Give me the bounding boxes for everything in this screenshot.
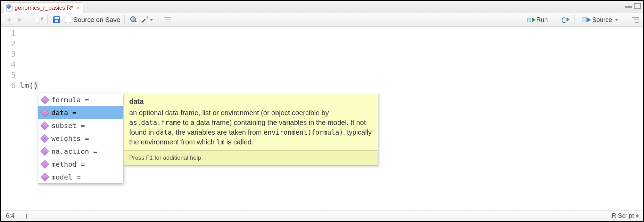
autocomplete-item[interactable]: weights = bbox=[38, 132, 123, 145]
parameter-icon bbox=[40, 95, 49, 104]
autocomplete-item-label: na.action = bbox=[51, 146, 97, 157]
run-icon bbox=[527, 17, 534, 23]
toolbar-separator bbox=[626, 15, 626, 24]
minimize-pane-icon[interactable] bbox=[625, 6, 632, 8]
parameter-icon bbox=[40, 121, 49, 130]
run-button[interactable]: Run bbox=[523, 15, 552, 25]
parameter-icon bbox=[40, 147, 49, 156]
autocomplete-item[interactable]: model = bbox=[38, 171, 123, 183]
line-number: 3 bbox=[1, 49, 16, 60]
status-bar: 6:4 ( R Script bbox=[1, 210, 643, 221]
run-button-label: Run bbox=[536, 16, 548, 24]
source-pane: genomics_r_basics.R* × Source on Save bbox=[0, 0, 644, 222]
file-tab-label: genomics_r_basics.R* bbox=[15, 5, 73, 11]
editor-toolbar: Source on Save Run Source bbox=[1, 13, 643, 27]
autocomplete-item-label: weights = bbox=[51, 133, 89, 144]
magnifier-icon bbox=[130, 16, 137, 23]
maximize-pane-icon[interactable] bbox=[634, 3, 641, 9]
popout-icon bbox=[35, 17, 42, 23]
rerun-icon bbox=[562, 17, 569, 23]
line-number: 6 bbox=[1, 80, 16, 91]
code-line bbox=[20, 49, 643, 60]
autocomplete-item[interactable]: subset = bbox=[38, 119, 123, 132]
source-on-save-label: Source on Save bbox=[73, 16, 120, 24]
parameter-icon bbox=[40, 160, 49, 168]
autocomplete-item[interactable]: data = bbox=[38, 106, 123, 119]
toolbar-separator bbox=[158, 15, 158, 24]
tooltip-footer: Press F1 for additional help bbox=[124, 150, 378, 165]
rerun-button[interactable] bbox=[560, 15, 570, 25]
filetype-label: R Script bbox=[612, 212, 634, 220]
code-line bbox=[20, 70, 643, 80]
autocomplete-item[interactable]: formula = bbox=[38, 93, 123, 106]
source-button-label: Source bbox=[592, 16, 612, 24]
code-line bbox=[20, 28, 643, 39]
autocomplete-item-label: subset = bbox=[51, 120, 85, 131]
code-line bbox=[20, 60, 643, 70]
autocomplete-item[interactable]: method = bbox=[38, 158, 123, 171]
filetype-selector[interactable]: R Script bbox=[612, 212, 639, 220]
nav-forward-button[interactable] bbox=[15, 15, 25, 25]
file-tab[interactable]: genomics_r_basics.R* × bbox=[4, 2, 83, 13]
nav-back-button[interactable] bbox=[4, 15, 14, 25]
save-button[interactable] bbox=[52, 15, 61, 25]
line-number: 1 bbox=[1, 28, 16, 39]
line-number: 2 bbox=[1, 39, 16, 49]
source-on-save-toggle[interactable]: Source on Save bbox=[65, 16, 120, 24]
wand-icon bbox=[141, 16, 149, 24]
autocomplete-item-label: model = bbox=[51, 172, 81, 182]
toolbar-separator bbox=[29, 15, 29, 24]
checkbox-empty-icon bbox=[65, 17, 71, 23]
code-tools-button[interactable] bbox=[140, 15, 154, 25]
chevron-down-icon bbox=[150, 19, 153, 21]
pane-window-controls bbox=[625, 3, 641, 9]
chevron-down-icon bbox=[615, 19, 618, 21]
close-tab-icon[interactable]: × bbox=[77, 5, 80, 11]
code-editor[interactable]: 1 2 3 4 5 6 lm() formula =data =subset =… bbox=[1, 27, 643, 210]
save-icon bbox=[53, 16, 60, 23]
autocomplete-item-label: method = bbox=[51, 159, 85, 169]
code-line: lm() bbox=[20, 80, 643, 91]
compile-report-button[interactable] bbox=[163, 15, 172, 25]
line-number: 4 bbox=[1, 60, 16, 70]
line-number: 5 bbox=[1, 70, 16, 80]
r-file-icon bbox=[6, 4, 13, 12]
cursor-position[interactable]: 6:4 bbox=[5, 212, 25, 220]
arrow-right-icon bbox=[18, 17, 22, 22]
autocomplete-item[interactable]: na.action = bbox=[38, 145, 123, 158]
toolbar-separator bbox=[574, 15, 575, 24]
find-replace-button[interactable] bbox=[129, 15, 139, 25]
parameter-icon bbox=[40, 134, 49, 143]
autocomplete-item-label: formula = bbox=[51, 95, 89, 105]
parameter-icon bbox=[40, 173, 49, 181]
code-line bbox=[20, 39, 643, 49]
report-icon bbox=[164, 17, 171, 23]
toolbar-separator bbox=[124, 15, 125, 24]
document-outline-button[interactable] bbox=[630, 15, 640, 25]
tab-bar: genomics_r_basics.R* × bbox=[1, 1, 643, 13]
outline-toggle-icon bbox=[632, 17, 639, 23]
source-icon bbox=[583, 17, 590, 23]
autocomplete-popup: formula =data =subset =weights =na.actio… bbox=[38, 93, 123, 184]
autocomplete-item-label: data = bbox=[51, 108, 76, 118]
source-button[interactable]: Source bbox=[579, 15, 622, 25]
toolbar-separator bbox=[47, 15, 48, 24]
tooltip-body: an optional data frame, list or environm… bbox=[124, 108, 378, 150]
updown-caret-icon bbox=[636, 214, 639, 218]
help-tooltip: data an optional data frame, list or env… bbox=[124, 93, 378, 166]
scope-indicator[interactable]: ( bbox=[25, 212, 28, 220]
toolbar-separator bbox=[556, 15, 556, 24]
tooltip-title: data bbox=[124, 93, 378, 108]
parameter-icon bbox=[40, 108, 49, 117]
show-in-new-window-button[interactable] bbox=[33, 15, 43, 25]
code-area[interactable]: lm() formula =data =subset =weights =na.… bbox=[20, 27, 643, 210]
arrow-left-icon bbox=[7, 17, 10, 22]
line-gutter: 1 2 3 4 5 6 bbox=[1, 27, 20, 210]
